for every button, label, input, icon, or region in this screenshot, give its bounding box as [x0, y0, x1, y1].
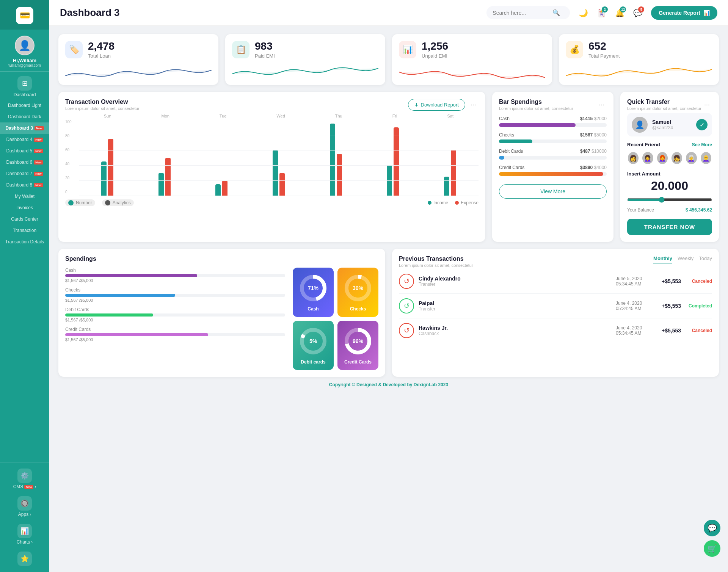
sidebar-section-apps[interactable]: 🔘 Apps › — [0, 494, 49, 519]
total-loan-label: Total Loan — [88, 53, 115, 59]
bar-group-thu — [307, 124, 364, 196]
sidebar-logo-icon: 💳 — [16, 7, 33, 24]
spendings-mini-checks: Checks $1,567 /$5,000 — [65, 287, 285, 302]
bar-wed-expense — [279, 173, 285, 196]
notification-icon-btn[interactable]: 🃏 2 — [594, 6, 609, 20]
new-badge-dashboard-5: New — [34, 149, 43, 153]
topbar-icons: 🌙 🃏 2 🔔 12 💬 5 — [576, 6, 645, 20]
floating-cart-btn[interactable]: 🛒 — [704, 540, 720, 557]
sidebar-item-dashboard-3[interactable]: Dashboard 3 New — [0, 122, 49, 134]
spending-bar-fill-debit — [499, 156, 504, 160]
quick-transfer-more-btn[interactable]: ··· — [702, 100, 712, 110]
apps-label: Apps › — [18, 512, 31, 517]
bar-tue-expense — [222, 180, 228, 196]
transaction-overview-subtitle: Lorem ipsum dolor sit amet, consectetur — [65, 106, 140, 111]
sidebar-item-invoices[interactable]: Invoices — [0, 202, 49, 213]
sidebar-section-charts[interactable]: 📊 Charts › — [0, 522, 49, 547]
legend-analytics-toggle[interactable]: Analytics — [102, 199, 134, 206]
message-icon-btn[interactable]: 💬 5 — [631, 6, 645, 20]
tx-amount-cindy: +$5,553 — [654, 278, 681, 284]
stat-card-total-loan: 🏷️ 2,478 Total Loan — [58, 34, 218, 85]
generate-report-button[interactable]: Generate Report 📊 — [651, 6, 717, 20]
sidebar-item-dashboard-dark[interactable]: Dashboard Dark — [0, 111, 49, 122]
prev-transactions-tabs: Monthly Weekly Today — [653, 255, 712, 263]
transaction-bar-chart: Sun Mon Tue Wed Thu Fri Sat 100806040200 — [65, 114, 479, 206]
transfer-user-avatar: 👤 — [632, 117, 648, 133]
prev-transactions-header: Previous Transactions Lorem ipsum dolor … — [399, 255, 712, 268]
bar-spendings-more-btn[interactable]: ··· — [596, 100, 607, 110]
topbar: Dashboard 3 🔍 🌙 🃏 2 🔔 12 💬 5 Generate Re… — [49, 0, 728, 26]
spendings-mini-debit: Debit Cards $1,567 /$5,000 — [65, 307, 285, 322]
moon-icon-btn[interactable]: 🌙 — [576, 6, 590, 20]
unpaid-emi-icon: 📊 — [399, 41, 416, 58]
sidebar-item-transaction-details[interactable]: Transaction Details — [0, 236, 49, 248]
spendings-mini-cash-label: Cash — [65, 268, 285, 273]
bar-group-tue — [193, 180, 250, 196]
spendings-mini-credit: Credit Cards $1,567 /$5,000 — [65, 327, 285, 342]
spendings-title: Spendings — [65, 255, 378, 262]
sidebar-item-dashboard-4[interactable]: Dashboard 4 New — [0, 134, 49, 145]
sidebar-item-dashboard-6[interactable]: Dashboard 6 New — [0, 157, 49, 168]
sidebar-item-dashboard-light[interactable]: Dashboard Light — [0, 100, 49, 111]
stat-card-top-total-payment: 💰 652 Total Payment — [566, 41, 712, 63]
transfer-now-button[interactable]: TRANSFER NOW — [627, 219, 712, 235]
spending-row-cash: Cash $1415 $2000 — [499, 116, 607, 127]
legend-expense-label: Expense — [461, 200, 479, 205]
tx-status-cindy: Canceled — [686, 279, 712, 284]
transfer-user-name: Samuel — [652, 119, 673, 125]
download-report-button[interactable]: ⬇ Download Report — [408, 99, 465, 111]
sidebar-item-cards-center[interactable]: Cards Center — [0, 213, 49, 225]
see-more-link[interactable]: See More — [692, 142, 712, 147]
sidebar-section-cms[interactable]: ⚙️ cms New › — [0, 466, 49, 492]
new-badge-dashboard-8: New — [34, 183, 43, 187]
amount-display: 20.000 — [627, 179, 712, 193]
tx-name-cindy: Cindy Alexandro — [419, 276, 461, 282]
sidebar-item-dashboard-8[interactable]: Dashboard 8 New — [0, 179, 49, 191]
spendings-mini-checks-fill — [65, 294, 175, 297]
sidebar-item-dashboard-5[interactable]: Dashboard 5 New — [0, 145, 49, 157]
friend-avatar-3[interactable]: 👩‍🦰 — [656, 151, 668, 165]
prev-transactions-card: Previous Transactions Lorem ipsum dolor … — [392, 249, 719, 377]
amount-slider[interactable] — [627, 197, 712, 203]
sidebar-item-dashboard-7[interactable]: Dashboard 7 New — [0, 168, 49, 179]
bell-icon-btn[interactable]: 🔔 12 — [612, 6, 627, 20]
donut-svg-checks: 30% — [343, 273, 373, 303]
spending-label-credit: Credit Cards $3890 $4000 — [499, 165, 607, 170]
bottom-row: Spendings Cash $1,567 /$5,000 — [58, 249, 719, 377]
friend-avatar-6[interactable]: 👩‍🦲 — [700, 151, 712, 165]
bar-wed-income — [273, 150, 278, 196]
floating-support-btn[interactable]: 💬 — [704, 520, 720, 536]
recent-friend-label: Recent Friend — [627, 142, 660, 147]
friend-avatar-1[interactable]: 👩 — [627, 151, 639, 165]
tab-today[interactable]: Today — [699, 255, 712, 263]
transaction-overview-more-btn[interactable]: ··· — [468, 100, 479, 110]
generate-report-label: Generate Report — [659, 10, 700, 16]
legend-number-toggle[interactable]: Number — [65, 199, 95, 206]
friend-avatar-5[interactable]: 👩‍🦳 — [685, 151, 697, 165]
sidebar-item-my-wallet[interactable]: My Wallet — [0, 191, 49, 202]
friend-avatar-2[interactable]: 👩‍🦱 — [642, 151, 654, 165]
tab-monthly[interactable]: Monthly — [653, 255, 672, 263]
tx-amount-hawkins: +$5,553 — [654, 328, 681, 334]
spending-bar-bg-checks — [499, 139, 607, 143]
spending-row-checks: Checks $1567 $5000 — [499, 132, 607, 143]
view-more-button[interactable]: View More — [499, 184, 607, 199]
sidebar-item-transaction[interactable]: Transaction — [0, 225, 49, 236]
spendings-mini-debit-values: $1,567 /$5,000 — [65, 318, 285, 322]
spending-label-checks: Checks $1567 $5000 — [499, 132, 607, 138]
legend-income-label: Income — [433, 200, 448, 205]
download-btn-label: Download Report — [421, 102, 459, 108]
sidebar-section-favorites[interactable]: ⭐ — [0, 549, 49, 568]
sidebar-logo: 💳 — [0, 0, 49, 30]
dashboard-icon-section[interactable]: ⊞ Dashboard — [14, 76, 36, 97]
chart-bars-area: 100806040200 — [65, 120, 479, 196]
balance-row: Your Balance $ 456,345.62 — [627, 207, 712, 213]
tx-status-paipal: Completed — [686, 303, 712, 309]
search-bar[interactable]: 🔍 — [486, 6, 570, 19]
tab-weekly[interactable]: Weekly — [678, 255, 693, 263]
search-input[interactable] — [493, 10, 549, 16]
total-payment-value: 652 — [588, 41, 620, 52]
friend-avatar-4[interactable]: 👧 — [671, 151, 683, 165]
donut-card-checks: 30% Checks — [337, 268, 378, 317]
footer-year: 2023 — [438, 382, 448, 387]
